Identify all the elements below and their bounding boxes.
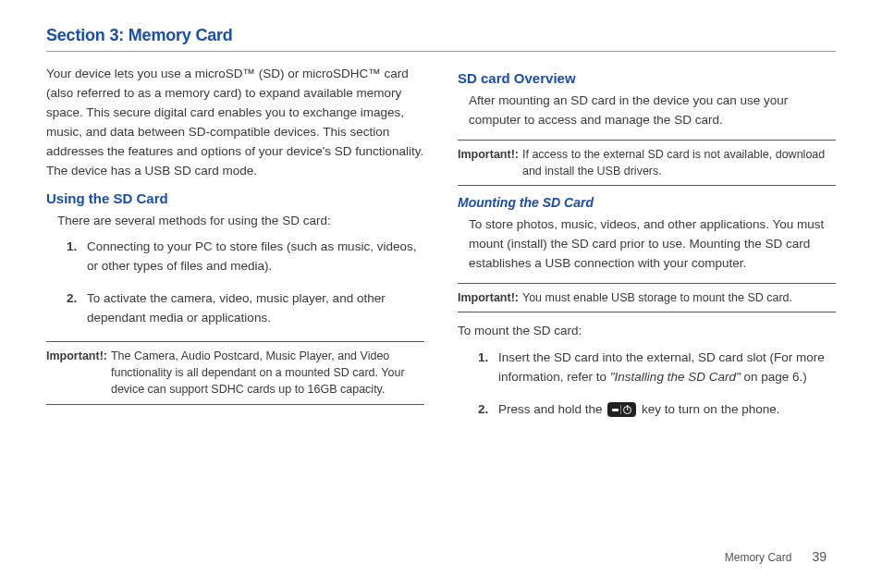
important-label: Important!: — [458, 146, 522, 179]
important-label: Important!: — [46, 348, 111, 398]
cross-reference: "Installing the SD Card" — [610, 370, 741, 384]
important-text: You must enable USB storage to mount the… — [522, 289, 792, 306]
mounting-heading: Mounting the SD Card — [458, 195, 836, 210]
important-note: Important!: If access to the external SD… — [458, 140, 836, 186]
intro-paragraph: Your device lets you use a microSD™ (SD)… — [46, 65, 424, 181]
list-number: 1. — [478, 349, 488, 368]
list-item: 1. Insert the SD card into the external,… — [478, 349, 836, 387]
page-number: 39 — [812, 549, 827, 564]
text-part: Press and hold the — [498, 402, 606, 416]
important-note: Important!: The Camera, Audio Postcard, … — [46, 341, 424, 404]
list-number: 2. — [67, 289, 77, 309]
important-text: The Camera, Audio Postcard, Music Player… — [111, 348, 424, 398]
sd-overview-heading: SD card Overview — [458, 70, 836, 86]
list-number: 2. — [478, 400, 488, 420]
overview-text: After mounting an SD card in the device … — [458, 92, 836, 130]
footer-section-label: Memory Card — [725, 551, 792, 564]
right-column: SD card Overview After mounting an SD ca… — [458, 65, 836, 433]
mount-intro: To mount the SD card: — [458, 322, 836, 341]
important-note: Important!: You must enable USB storage … — [458, 283, 836, 312]
list-text: To activate the camera, video, music pla… — [87, 291, 386, 325]
important-label: Important!: — [458, 289, 522, 306]
important-text: If access to the external SD card is not… — [522, 146, 836, 179]
list-text: Connecting to your PC to store files (su… — [87, 239, 416, 273]
text-part: on page 6.) — [741, 370, 807, 384]
using-sd-heading: Using the SD Card — [46, 190, 424, 206]
mounting-text: To store photos, music, videos, and othe… — [458, 215, 836, 274]
section-title: Section 3: Memory Card — [46, 26, 836, 52]
list-item: 2. Press and hold the key to turn on the… — [478, 400, 836, 420]
power-key-icon — [607, 402, 636, 417]
text-part: key to turn on the phone. — [638, 402, 779, 416]
page-footer: Memory Card 39 — [725, 549, 827, 564]
using-intro: There are several methods for using the … — [46, 212, 424, 231]
list-number: 1. — [67, 238, 77, 257]
two-column-layout: Your device lets you use a microSD™ (SD)… — [46, 65, 836, 433]
mount-sd-list: 1. Insert the SD card into the external,… — [458, 349, 836, 420]
list-item: 1.Connecting to your PC to store files (… — [67, 238, 424, 276]
list-text: Press and hold the key to turn on the ph… — [498, 402, 779, 416]
using-sd-list: 1.Connecting to your PC to store files (… — [46, 238, 424, 328]
list-item: 2.To activate the camera, video, music p… — [67, 289, 424, 328]
list-text: Insert the SD card into the external, SD… — [498, 350, 825, 384]
left-column: Your device lets you use a microSD™ (SD)… — [46, 65, 424, 433]
